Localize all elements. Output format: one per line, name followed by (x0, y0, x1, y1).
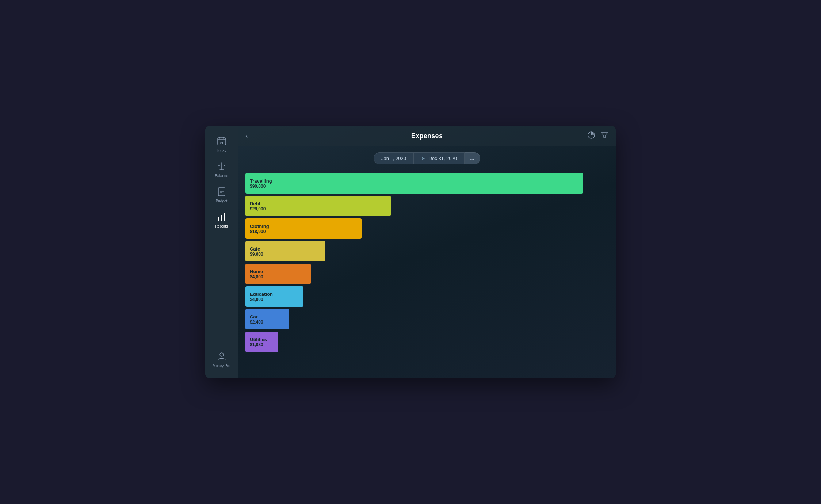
bar-value-utilities: $1,080 (250, 342, 274, 347)
bar-value-debt: $28,000 (250, 206, 386, 211)
bar-value-travelling: $90,000 (250, 184, 578, 189)
svg-rect-8 (218, 188, 225, 196)
sidebar-item-budget-label: Budget (216, 199, 228, 203)
sidebar-item-moneypro[interactable]: Money Pro (205, 347, 238, 372)
bar-row-travelling[interactable]: Travelling$90,000 (245, 173, 608, 194)
bar-row-cafe[interactable]: Cafe$9,600 (245, 241, 608, 261)
bar-value-cafe: $9,600 (250, 252, 321, 257)
bar-value-education: $4,000 (250, 297, 299, 302)
bar-label-car: Car (250, 314, 285, 320)
date-end-value: Dec 31, 2020 (429, 156, 457, 161)
bar-label-education: Education (250, 291, 299, 297)
sidebar-item-budget[interactable]: Budget (205, 182, 238, 207)
reports-icon (217, 212, 226, 223)
svg-rect-12 (218, 217, 219, 221)
bar-label-utilities: Utilities (250, 337, 274, 342)
user-icon (217, 351, 226, 362)
date-range-bar: Jan 1, 2020 ➤ Dec 31, 2020 ... (238, 146, 616, 170)
sidebar-item-today-label: Today (217, 149, 226, 153)
bar-row-car[interactable]: Car$2,400 (245, 309, 608, 329)
bar-label-cafe: Cafe (250, 246, 321, 252)
back-button[interactable]: ‹ (245, 131, 257, 141)
sidebar-item-reports[interactable]: Reports (205, 207, 238, 233)
sidebar-item-today[interactable]: 21 Today (205, 132, 238, 157)
bar-value-car: $2,400 (250, 320, 285, 325)
date-more-button[interactable]: ... (465, 152, 480, 164)
bar-car[interactable]: Car$2,400 (245, 309, 289, 329)
bar-label-travelling: Travelling (250, 178, 578, 184)
bar-home[interactable]: Home$4,800 (245, 264, 311, 284)
bar-row-utilities[interactable]: Utilities$1,080 (245, 332, 608, 352)
bar-row-education[interactable]: Education$4,000 (245, 286, 608, 307)
budget-icon (217, 187, 226, 198)
date-arrow: ➤ (421, 156, 425, 161)
balance-icon (217, 161, 226, 172)
header-actions (587, 131, 608, 141)
date-end: ➤ Dec 31, 2020 (414, 152, 465, 164)
bar-label-debt: Debt (250, 201, 386, 206)
bar-clothing[interactable]: Clothing$18,900 (245, 218, 362, 239)
bar-value-clothing: $18,900 (250, 229, 357, 234)
bar-travelling[interactable]: Travelling$90,000 (245, 173, 583, 194)
calendar-icon: 21 (217, 136, 226, 147)
sidebar-item-balance-label: Balance (215, 174, 228, 178)
bar-row-home[interactable]: Home$4,800 (245, 264, 608, 284)
svg-point-15 (220, 353, 224, 356)
bar-label-home: Home (250, 269, 306, 274)
chart-area: Travelling$90,000Debt$28,000Clothing$18,… (238, 170, 616, 378)
bar-row-clothing[interactable]: Clothing$18,900 (245, 218, 608, 239)
sidebar: 21 Today Balance (205, 126, 238, 378)
pie-chart-icon[interactable] (587, 131, 595, 141)
header: ‹ Expenses (238, 126, 616, 146)
svg-rect-13 (221, 215, 222, 221)
bar-value-home: $4,800 (250, 274, 306, 279)
bar-row-debt[interactable]: Debt$28,000 (245, 196, 608, 216)
app-container: 21 Today Balance (205, 126, 616, 378)
svg-text:21: 21 (220, 141, 223, 145)
page-title: Expenses (411, 132, 443, 140)
bar-debt[interactable]: Debt$28,000 (245, 196, 391, 216)
bar-label-clothing: Clothing (250, 224, 357, 229)
sidebar-item-balance[interactable]: Balance (205, 157, 238, 182)
bar-education[interactable]: Education$4,000 (245, 286, 303, 307)
main-content: ‹ Expenses Jan 1, 2020 (238, 126, 616, 378)
date-start[interactable]: Jan 1, 2020 (374, 152, 414, 164)
sidebar-item-reports-label: Reports (215, 224, 228, 228)
bar-cafe[interactable]: Cafe$9,600 (245, 241, 325, 261)
bar-utilities[interactable]: Utilities$1,080 (245, 332, 278, 352)
sidebar-item-moneypro-label: Money Pro (213, 364, 230, 368)
filter-icon[interactable] (600, 131, 608, 141)
svg-rect-14 (224, 213, 225, 221)
